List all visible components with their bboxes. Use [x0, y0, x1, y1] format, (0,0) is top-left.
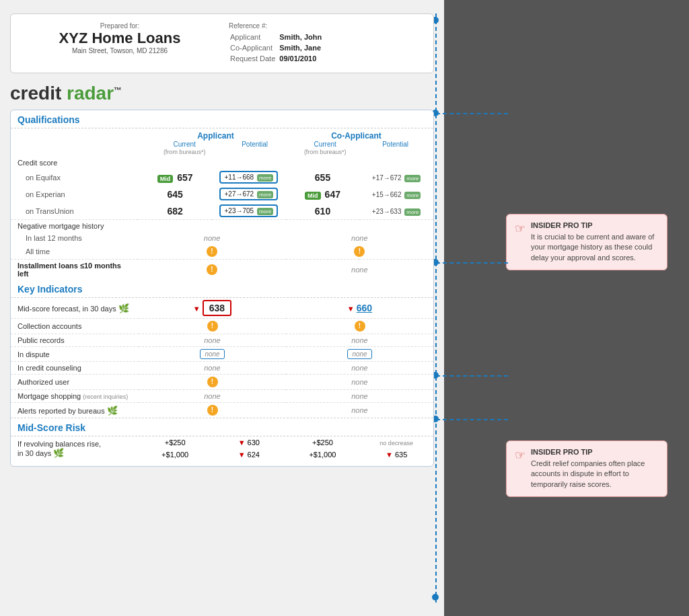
- credit-counseling-coapp-val: none: [286, 362, 433, 375]
- coapplicant-col-subs: Current (from bureaus*) Potential: [286, 141, 427, 155]
- mid-score-risk-table: If revolving balances rise, in 30 days 🌿…: [11, 436, 433, 461]
- experian-coapp-potential: +15→662 more: [359, 186, 433, 202]
- in-dispute-coapp-val: none: [286, 347, 433, 362]
- risk-app-down-1: ▼: [238, 438, 246, 447]
- alltime-coapp-warning-icon: !: [354, 246, 365, 257]
- credit-score-coapp-potential: [359, 157, 433, 169]
- dot-marker-6: [432, 594, 439, 601]
- applicant-potential-label: Potential: [242, 141, 268, 155]
- tip1-icon: ☞: [515, 221, 525, 236]
- public-records-app-none: none: [204, 336, 220, 344]
- last12-coapp-none: none: [351, 234, 367, 242]
- authorized-user-coapp-val: none: [286, 375, 433, 390]
- experian-label: on Experian: [11, 186, 138, 202]
- alltime-app-val: !: [138, 244, 285, 260]
- equifax-app-more-btn[interactable]: more: [257, 174, 273, 182]
- table-row: Installment loans ≤10 months left ! none: [11, 260, 433, 280]
- connector-line-2: [436, 262, 508, 264]
- alerts-app-val: !: [139, 403, 286, 418]
- experian-coapp-more-btn[interactable]: more: [404, 192, 421, 199]
- report-card: Qualifications Applicant Current (from b…: [10, 110, 434, 467]
- installment-app-warning-icon: !: [207, 264, 217, 275]
- mortgage-shopping-coapp-none: none: [351, 392, 367, 400]
- credit-score-coapp-current: [286, 157, 360, 169]
- equifax-label: on Equifax: [11, 169, 138, 186]
- neg-mortgage-empty: [138, 220, 433, 233]
- collection-app-val: !: [139, 319, 286, 334]
- experian-app-more-btn[interactable]: more: [257, 191, 273, 198]
- table-row: Negative mortgage history: [11, 220, 433, 233]
- revolving-balances-label: If revolving balances rise, in 30 days 🌿: [11, 436, 138, 461]
- leaf-icon-2: 🌿: [107, 406, 118, 416]
- installment-coapp-val: none: [286, 260, 433, 280]
- table-row: If revolving balances rise, in 30 days 🌿…: [11, 436, 433, 449]
- header-card: Prepared for: XYZ Home Loans Main Street…: [10, 13, 434, 73]
- co-applicant-row: Co-Applicant Smith, Jane: [230, 43, 324, 52]
- in-dispute-app-none-box: none: [200, 349, 224, 359]
- alltime-app-warning-icon: !: [207, 246, 217, 257]
- equifax-coapp-more-btn[interactable]: more: [404, 175, 421, 182]
- transunion-coapp-potential-val: +23→633 more: [372, 208, 421, 215]
- transunion-app-more-btn[interactable]: more: [257, 208, 273, 215]
- tip1-text-block: INSIDER PRO TIP It is crucial to be curr…: [531, 221, 659, 263]
- applicant-name: Smith, John: [279, 32, 324, 42]
- credit-counseling-app-val: none: [139, 362, 286, 375]
- tip2-icon: ☞: [515, 448, 525, 463]
- col-headers: Applicant Current (from bureaus*) Potent…: [11, 128, 433, 157]
- mortgage-shopping-coapp-val: none: [286, 390, 433, 403]
- installment-app-val: !: [138, 260, 285, 280]
- header-right: Reference #: Applicant Smith, John Co-Ap…: [215, 22, 420, 65]
- table-row: In credit counseling none none: [11, 362, 433, 375]
- experian-app-potential-box: +27→672 more: [219, 188, 278, 200]
- tip1-title: INSIDER PRO TIP: [531, 221, 659, 229]
- connector-line-1: [436, 113, 508, 114]
- table-row: Mid-score forecast, in 30 days 🌿 ▼ 638 ▼…: [11, 298, 433, 319]
- alltime-label: All time: [11, 244, 138, 260]
- qualifications-section-header: Qualifications: [11, 110, 433, 128]
- key-indicators-table: Mid-score forecast, in 30 days 🌿 ▼ 638 ▼…: [11, 298, 433, 418]
- midscore-app-forecast-box: 638: [203, 300, 231, 316]
- collection-coapp-warning-icon: !: [355, 321, 365, 332]
- table-row: on Experian 645 +27→672 more Mid 647 +15…: [11, 186, 433, 202]
- company-name: XYZ Home Loans: [24, 30, 215, 47]
- last12-app-val: none: [138, 232, 285, 244]
- mid-score-risk-section-header: Mid-Score Risk: [11, 418, 433, 436]
- public-records-coapp-val: none: [286, 334, 433, 347]
- risk-coapp-val-1: no decrease: [359, 436, 433, 449]
- installment-coapp-none: none: [351, 266, 367, 274]
- mortgage-shopping-sub: (recent inquiries): [83, 393, 128, 400]
- table-row: All time ! !: [11, 244, 433, 260]
- credit-radar-logo: credit radar™: [10, 83, 434, 104]
- header-info-table: Applicant Smith, John Co-Applicant Smith…: [229, 31, 326, 65]
- public-records-label: Public records: [11, 334, 139, 347]
- tip2-content: ☞ INSIDER PRO TIP Credit relief companie…: [515, 448, 659, 490]
- in-dispute-label: In dispute: [11, 347, 139, 362]
- transunion-coapp-potential: +23→633 more: [359, 202, 433, 220]
- last12-app-none: none: [204, 234, 220, 242]
- credit-counseling-coapp-none: none: [351, 364, 367, 372]
- midscore-coapp-forecast-val: 660: [357, 303, 372, 313]
- transunion-coapp-more-btn[interactable]: more: [404, 208, 421, 216]
- table-row: Authorized user ! none: [11, 375, 433, 390]
- midscore-app-down-arrow: ▼: [193, 305, 201, 313]
- risk-coapp-val-2: ▼ 635: [359, 449, 433, 461]
- equifax-app-score: Mid 657: [138, 169, 212, 186]
- table-row: Collection accounts ! !: [11, 319, 433, 334]
- transunion-app-potential: +23→705 more: [212, 202, 286, 220]
- experian-coapp-score-val: 647: [325, 189, 340, 200]
- mortgage-shopping-label: Mortgage shopping (recent inquiries): [11, 390, 139, 403]
- applicant-from-bureaus: (from bureaus*): [164, 149, 206, 155]
- transunion-app-score: 682: [138, 202, 212, 220]
- table-row: on TransUnion 682 +23→705 more 610 +23→6…: [11, 202, 433, 220]
- equifax-coapp-score: 655: [286, 169, 360, 186]
- risk-coapp-amount-1: +$250: [286, 436, 360, 449]
- coapplicant-potential-label: Potential: [382, 141, 408, 155]
- risk-coapp-amount-2: +$1,000: [286, 449, 360, 461]
- authorized-user-label: Authorized user: [11, 375, 139, 390]
- tip-box-2: ☞ INSIDER PRO TIP Credit relief companie…: [506, 440, 667, 497]
- collection-app-warning-icon: !: [207, 321, 218, 332]
- public-records-coapp-none: none: [351, 336, 367, 344]
- authorized-user-coapp-none: none: [351, 378, 367, 386]
- credit-counseling-label: In credit counseling: [11, 362, 139, 375]
- last12-coapp-val: none: [286, 232, 433, 244]
